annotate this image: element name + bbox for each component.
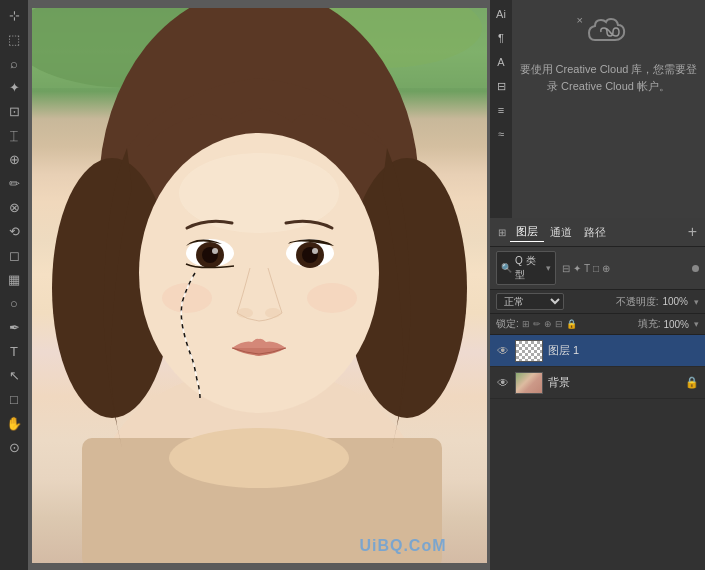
cc-cloud-icon: ×	[587, 16, 631, 53]
filter-icon-image[interactable]: ⊟	[562, 263, 570, 274]
background-lock-icon: 🔒	[685, 376, 699, 389]
filter-type-select[interactable]: 🔍 Q 类型 ▾	[496, 251, 556, 285]
cc-x-mark: ×	[577, 14, 583, 26]
tool-hand[interactable]: ✋	[3, 412, 25, 434]
layer-item-1[interactable]: 👁 图层 1	[490, 335, 705, 367]
tool-shape[interactable]: □	[3, 388, 25, 410]
filter-icon-shape[interactable]: □	[593, 263, 599, 274]
background-visibility-icon[interactable]: 👁	[496, 376, 510, 390]
tab-layers[interactable]: 图层	[510, 222, 544, 242]
lock-label: 锁定:	[496, 317, 519, 331]
fill-label: 填充:	[638, 317, 661, 331]
lock-move-icon[interactable]: ⊕	[544, 319, 552, 329]
background-layer-name: 背景	[548, 375, 680, 390]
opacity-chevron: ▾	[694, 297, 699, 307]
tool-text[interactable]: T	[3, 340, 25, 362]
lock-brush-icon[interactable]: ✏	[533, 319, 541, 329]
cc-content-area: × 要使用 Creative Cloud 库，您需要登录 Creative Cl…	[512, 0, 705, 218]
filter-icons-group: ⊟ ✦ T □ ⊕	[562, 263, 610, 274]
canvas-wrapper: UiBQ.CoM	[28, 0, 490, 570]
blend-mode-select[interactable]: 正常	[496, 293, 564, 310]
lock-all-icon[interactable]: 🔒	[566, 319, 577, 329]
fill-value: 100%	[663, 319, 689, 330]
tool-magic-wand[interactable]: ✦	[3, 76, 25, 98]
tool-zoom[interactable]: ⊙	[3, 436, 25, 458]
tab-paths[interactable]: 路径	[578, 223, 612, 242]
lock-artboard-icon[interactable]: ⊟	[555, 319, 563, 329]
face-portrait	[32, 8, 487, 563]
right-tool-paragraph[interactable]: ¶	[491, 28, 511, 48]
tool-eraser[interactable]: ◻	[3, 244, 25, 266]
background-photo-thumb	[516, 373, 542, 393]
right-tool-list[interactable]: ≡	[491, 100, 511, 120]
layer-1-visibility-icon[interactable]: 👁	[496, 344, 510, 358]
tool-crop[interactable]: ⊡	[3, 100, 25, 122]
filter-icon-fx[interactable]: ✦	[573, 263, 581, 274]
opacity-label: 不透明度:	[616, 295, 659, 309]
tool-pen[interactable]: ✒	[3, 316, 25, 338]
opacity-value: 100%	[662, 296, 688, 307]
svg-point-20	[237, 308, 253, 318]
tool-brush[interactable]: ✏	[3, 172, 25, 194]
tool-path-select[interactable]: ↖	[3, 364, 25, 386]
filter-chevron: ▾	[546, 263, 551, 273]
layer-1-checker-thumb	[516, 341, 542, 361]
canvas-area[interactable]: UiBQ.CoM	[28, 0, 490, 570]
cc-section: × 要使用 Creative Cloud 库，您需要登录 Creative Cl…	[518, 16, 699, 94]
tool-move[interactable]: ⊹	[3, 4, 25, 26]
lock-fill-row: 锁定: ⊞ ✏ ⊕ ⊟ 🔒 填充: 100% ▾	[490, 314, 705, 335]
filter-toggle-dot[interactable]	[692, 265, 699, 272]
layer-1-name: 图层 1	[548, 343, 699, 358]
fill-chevron: ▾	[694, 319, 699, 329]
tool-history[interactable]: ⟲	[3, 220, 25, 242]
left-toolbar: ⊹ ⬚ ⌕ ✦ ⊡ ⌶ ⊕ ✏ ⊗ ⟲ ◻ ▦ ○ ✒ T ↖ □ ✋ ⊙	[0, 0, 28, 570]
filter-icon-text[interactable]: T	[584, 263, 590, 274]
background-thumbnail	[515, 372, 543, 394]
layer-item-background[interactable]: 👁 背景 🔒	[490, 367, 705, 399]
tool-gradient[interactable]: ▦	[3, 268, 25, 290]
tool-lasso[interactable]: ⌕	[3, 52, 25, 74]
layers-panel-header: ⊞ 图层 通道 路径 +	[490, 218, 705, 247]
cc-login-text: 要使用 Creative Cloud 库，您需要登录 Creative Clou…	[518, 61, 699, 94]
svg-point-15	[212, 248, 218, 254]
tool-dodge[interactable]: ○	[3, 292, 25, 314]
add-layer-button[interactable]: +	[688, 223, 697, 241]
right-tool-type[interactable]: A	[491, 52, 511, 72]
tool-select-rect[interactable]: ⬚	[3, 28, 25, 50]
layers-filter-row: 🔍 Q 类型 ▾ ⊟ ✦ T □ ⊕	[490, 247, 705, 290]
svg-point-19	[312, 248, 318, 254]
lock-checkerboard-icon[interactable]: ⊞	[522, 319, 530, 329]
layers-panel-icon[interactable]: ⊞	[498, 227, 506, 238]
tool-eyedropper[interactable]: ⌶	[3, 124, 25, 146]
filter-type-label: Q 类型	[515, 254, 541, 282]
right-tool-settings[interactable]: ≈	[491, 124, 511, 144]
filter-icon-smart[interactable]: ⊕	[602, 263, 610, 274]
top-section: Ai ¶ A ⊟ ≡ ≈ × 要使用 Creative Cloud 库，您需要	[490, 0, 705, 218]
svg-point-23	[307, 283, 357, 313]
svg-point-21	[265, 308, 281, 318]
lock-icons-group: ⊞ ✏ ⊕ ⊟ 🔒	[522, 319, 577, 329]
tool-clone[interactable]: ⊗	[3, 196, 25, 218]
svg-point-6	[169, 428, 349, 488]
tab-channels[interactable]: 通道	[544, 223, 578, 242]
right-tool-ai[interactable]: Ai	[491, 4, 511, 24]
search-icon: 🔍	[501, 263, 512, 273]
layers-panel: ⊞ 图层 通道 路径 + 🔍 Q 类型 ▾ ⊟ ✦ T □ ⊕	[490, 218, 705, 570]
right-tools-column: Ai ¶ A ⊟ ≡ ≈	[490, 0, 512, 218]
right-panel: Ai ¶ A ⊟ ≡ ≈ × 要使用 Creative Cloud 库，您需要	[490, 0, 705, 570]
right-tool-rect[interactable]: ⊟	[491, 76, 511, 96]
blend-opacity-row: 正常 不透明度: 100% ▾	[490, 290, 705, 314]
tool-heal[interactable]: ⊕	[3, 148, 25, 170]
photo-canvas: UiBQ.CoM	[32, 8, 487, 563]
layer-1-thumbnail	[515, 340, 543, 362]
